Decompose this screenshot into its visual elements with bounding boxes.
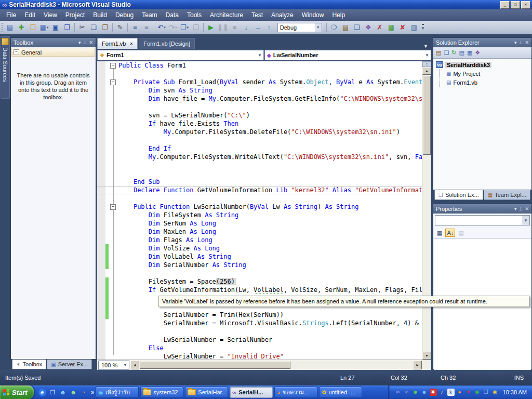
undo-button[interactable]: ↶▾ [156, 22, 167, 33]
menu-item-view[interactable]: View [39, 10, 61, 20]
open-file-button[interactable]: ❐ [27, 22, 38, 33]
new-item-button[interactable]: ▤ [4, 22, 16, 33]
code-line[interactable]: Declare Function GetVolumeInformation Li… [97, 186, 422, 194]
menu-item-debug[interactable]: Debug [111, 10, 138, 20]
window-position-icon[interactable]: ▾ [78, 41, 81, 45]
properties-icon[interactable]: ▤ [436, 49, 441, 56]
show-desktop-icon[interactable]: ❐ [49, 389, 57, 396]
collapse-icon[interactable]: − [14, 49, 19, 55]
code-line[interactable]: Dim MaxLen As Long [97, 228, 422, 236]
find-in-files-button[interactable]: ❍ [328, 22, 340, 33]
menu-item-project[interactable]: Project [61, 10, 89, 20]
start-button[interactable]: Start [0, 385, 34, 399]
code-line[interactable]: Dim VolSize As Long [97, 244, 422, 252]
code-line[interactable]: Dim SerialNumber As String [97, 261, 422, 269]
vs-tray2-icon[interactable]: ∞ [403, 389, 410, 396]
step-over-button[interactable]: → [252, 22, 263, 33]
taskbar-task[interactable]: ∞SerialH... [230, 387, 273, 398]
window-position-icon[interactable]: ▾ [514, 41, 517, 45]
menu-item-analyze[interactable]: Analyze [267, 10, 298, 20]
code-line[interactable]: SerialNumber = Microsoft.VisualBasic.Str… [97, 319, 422, 327]
show-all-files-icon[interactable]: ❏ [444, 49, 449, 56]
categorized-icon[interactable]: ▦ [436, 229, 443, 237]
code-line[interactable]: If have_file.Exists Then [97, 119, 422, 128]
class-dropdown[interactable]: ❖ Form1 ▼ [97, 50, 264, 60]
panel-tab-team[interactable]: ▦Team Expl... [484, 190, 530, 200]
keyboard-tray-icon[interactable]: k [447, 389, 455, 396]
menu-item-edit[interactable]: Edit [20, 10, 39, 20]
add-project-button[interactable]: ✚ [16, 22, 27, 33]
document-tab[interactable]: Form1.vb✕ [97, 38, 138, 49]
start-debugging-button[interactable]: ▶ [205, 22, 217, 33]
code-line[interactable] [97, 70, 422, 78]
menu-item-window[interactable]: Window [298, 10, 328, 20]
contacts-icon[interactable]: ☻ [70, 389, 77, 396]
quick-launch-overflow[interactable]: » [91, 389, 95, 396]
step-out-button[interactable]: ↑ [263, 22, 275, 33]
toolbox-title-bar[interactable]: Toolbox ▾ ⊥ ✕ [11, 38, 96, 47]
close-icon[interactable]: ✕ [525, 207, 529, 211]
solution-explorer-btn-button[interactable]: ❏ [351, 22, 363, 33]
collapse-region-button[interactable]: − [110, 204, 116, 210]
view-code-icon[interactable]: ▤ [459, 49, 464, 56]
code-line[interactable] [97, 136, 422, 144]
class-diagram-icon[interactable]: ❖ [475, 49, 480, 56]
properties-window-button[interactable]: ▤ [340, 22, 351, 33]
tree-item-form1-vb[interactable]: ▤Form1.vb [433, 78, 531, 87]
taskbar-task[interactable]: ◉เพิ่งรู้ว่ารัก [96, 387, 139, 398]
close-button[interactable]: ✕ [521, 1, 530, 9]
code-line[interactable]: LwSerialNumber = SerialNumber [97, 336, 422, 344]
media-icon[interactable]: ◔ [80, 389, 88, 396]
menu-item-file[interactable]: File [2, 10, 20, 20]
data-sources-tab[interactable]: Data Sources [1, 36, 10, 99]
code-line[interactable]: − Private Sub Form1_Load(ByVal sender As… [97, 78, 422, 86]
object-dropdown[interactable]: ▼ [435, 215, 530, 225]
menu-item-data[interactable]: Data [162, 10, 183, 20]
code-line[interactable] [97, 161, 422, 169]
taskbar-clock[interactable]: 10:38 AM [503, 389, 527, 395]
refresh-icon[interactable]: ↻ [451, 49, 456, 56]
panel-tab-solution[interactable]: ❐Solution Ex... [434, 190, 483, 200]
copy-button[interactable]: ❏ [88, 22, 99, 33]
collapse-region-button[interactable]: − [110, 63, 116, 69]
save-all-button[interactable]: ❒ [61, 22, 73, 33]
code-line[interactable]: My.Computer.FileSystem.DeleteFile("C:\WI… [97, 128, 422, 136]
vertical-scrollbar[interactable]: ↕ ▲ ▼ [422, 61, 431, 360]
menu-item-tools[interactable]: Tools [183, 10, 206, 20]
code-line[interactable] [97, 327, 422, 336]
pin-icon[interactable]: ⊥ [83, 41, 87, 45]
toolbar-overflow-button[interactable]: ▾ [422, 24, 424, 31]
code-line[interactable]: Dim SerNum As Long [97, 219, 422, 228]
cd-tray-icon[interactable]: ◉ [491, 389, 499, 396]
code-line[interactable] [97, 269, 422, 277]
comment-button[interactable]: ≡ [129, 22, 141, 33]
code-line[interactable] [97, 169, 422, 178]
close-icon[interactable]: ✕ [89, 41, 93, 45]
code-line[interactable]: Dim Flags As Long [97, 236, 422, 244]
close-icon[interactable]: ✕ [525, 41, 529, 45]
taskbar-task[interactable]: SerialHar... [185, 387, 228, 398]
code-line[interactable]: End Sub [97, 178, 422, 186]
paste-button[interactable]: ❐ [99, 22, 111, 33]
save-button[interactable]: ▣ [50, 22, 61, 33]
taskbar-task[interactable]: ✿untitled -... [319, 387, 362, 398]
taskbar-task[interactable]: ◕ขอความ... [274, 387, 317, 398]
error-list-button[interactable]: ✘ [397, 22, 408, 33]
taskbar-task[interactable]: system32 [140, 387, 183, 398]
code-line[interactable]: Dim FileSystem As String [97, 211, 422, 219]
document-tab[interactable]: Form1.vb [Design] [139, 38, 195, 49]
network-tray-icon[interactable]: ❒ [483, 389, 490, 396]
vs-tray-icon[interactable]: ∞ [394, 389, 402, 396]
antispy-tray-icon[interactable]: ◉ [474, 389, 481, 396]
menu-item-test[interactable]: Test [247, 10, 267, 20]
step-into-button[interactable]: ↓ [241, 22, 252, 33]
scroll-up-button[interactable]: ▲ [422, 67, 431, 75]
code-line[interactable]: − Public Function LwSerialNumber(ByVal L… [97, 203, 422, 211]
navigate-backward-button[interactable]: ❐▾ [179, 22, 190, 33]
properties-title-bar[interactable]: Properties ▾ ⊥ ✕ [433, 204, 531, 214]
view-designer-icon[interactable]: ▦ [467, 49, 472, 56]
scroll-down-button[interactable]: ▼ [422, 352, 431, 360]
pin-icon[interactable]: ⊥ [519, 41, 523, 45]
security-tray-icon[interactable]: ✖ [430, 389, 437, 396]
messenger-tray-icon[interactable]: ☻ [421, 389, 428, 396]
